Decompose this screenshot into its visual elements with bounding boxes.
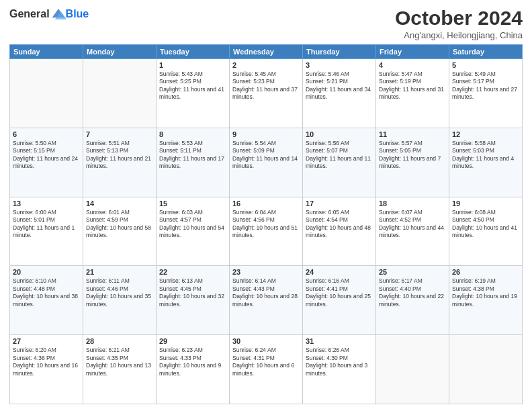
cell-info: Sunrise: 5:49 AMSunset: 5:17 PMDaylight:… <box>452 71 519 101</box>
cell-info: Sunrise: 6:26 AMSunset: 4:30 PMDaylight:… <box>306 347 373 377</box>
calendar-cell: 10Sunrise: 5:56 AMSunset: 5:07 PMDayligh… <box>303 128 376 197</box>
day-number: 30 <box>232 337 300 345</box>
cell-info: Sunrise: 6:05 AMSunset: 4:54 PMDaylight:… <box>306 209 373 240</box>
day-number: 2 <box>232 61 300 69</box>
day-number: 7 <box>86 130 153 138</box>
calendar-cell: 4Sunrise: 5:47 AMSunset: 5:19 PMDaylight… <box>376 59 449 128</box>
day-number: 1 <box>159 61 226 69</box>
cell-info: Sunrise: 5:51 AMSunset: 5:13 PMDaylight:… <box>86 140 153 171</box>
cell-info: Sunrise: 5:58 AMSunset: 5:03 PMDaylight:… <box>452 140 519 171</box>
logo: General Blue <box>9 7 89 21</box>
title-block: October 2024 Ang'angxi, Heilongjiang, Ch… <box>395 7 523 40</box>
day-of-week-monday: Monday <box>83 45 157 59</box>
logo-text: General Blue <box>9 7 89 21</box>
day-number: 3 <box>306 61 373 69</box>
day-number: 26 <box>452 268 519 276</box>
calendar-cell: 7Sunrise: 5:51 AMSunset: 5:13 PMDaylight… <box>83 128 157 197</box>
day-number: 9 <box>232 130 300 138</box>
cell-info: Sunrise: 6:07 AMSunset: 4:52 PMDaylight:… <box>379 209 446 240</box>
cell-info: Sunrise: 5:56 AMSunset: 5:07 PMDaylight:… <box>306 140 373 171</box>
day-number: 19 <box>452 199 519 208</box>
day-number: 10 <box>306 130 373 138</box>
month-title: October 2024 <box>395 7 523 29</box>
logo-icon <box>51 7 66 21</box>
cell-info: Sunrise: 6:20 AMSunset: 4:36 PMDaylight:… <box>13 347 80 377</box>
calendar-cell: 26Sunrise: 6:19 AMSunset: 4:38 PMDayligh… <box>449 266 523 335</box>
day-number: 24 <box>306 268 373 276</box>
day-number: 28 <box>86 337 153 345</box>
calendar-cell: 19Sunrise: 6:08 AMSunset: 4:50 PMDayligh… <box>449 197 523 266</box>
calendar-cell: 22Sunrise: 6:13 AMSunset: 4:45 PMDayligh… <box>157 266 230 335</box>
cell-info: Sunrise: 6:14 AMSunset: 4:43 PMDaylight:… <box>232 277 300 308</box>
calendar-cell: 8Sunrise: 5:53 AMSunset: 5:11 PMDaylight… <box>157 128 230 197</box>
day-number: 31 <box>306 337 373 345</box>
calendar-cell <box>10 59 83 128</box>
cell-info: Sunrise: 5:54 AMSunset: 5:09 PMDaylight:… <box>232 140 300 171</box>
cell-info: Sunrise: 6:23 AMSunset: 4:33 PMDaylight:… <box>159 347 226 377</box>
cell-info: Sunrise: 5:47 AMSunset: 5:19 PMDaylight:… <box>379 71 446 101</box>
cell-info: Sunrise: 6:10 AMSunset: 4:48 PMDaylight:… <box>13 277 80 308</box>
week-row-1: 1Sunrise: 5:43 AMSunset: 5:25 PMDaylight… <box>10 59 523 128</box>
calendar-cell <box>449 335 523 404</box>
day-number: 23 <box>232 268 300 276</box>
calendar-cell: 1Sunrise: 5:43 AMSunset: 5:25 PMDaylight… <box>157 59 230 128</box>
calendar-cell: 30Sunrise: 6:24 AMSunset: 4:31 PMDayligh… <box>230 335 303 404</box>
calendar-cell: 28Sunrise: 6:21 AMSunset: 4:35 PMDayligh… <box>83 335 157 404</box>
day-number: 25 <box>379 268 446 276</box>
day-number: 27 <box>13 337 80 345</box>
cell-info: Sunrise: 6:08 AMSunset: 4:50 PMDaylight:… <box>452 209 519 240</box>
calendar-cell: 2Sunrise: 5:45 AMSunset: 5:23 PMDaylight… <box>230 59 303 128</box>
day-number: 4 <box>379 61 446 69</box>
day-of-week-friday: Friday <box>376 45 449 59</box>
calendar-cell: 14Sunrise: 6:01 AMSunset: 4:59 PMDayligh… <box>83 197 157 266</box>
logo-blue: Blue <box>66 8 89 20</box>
logo-general: General <box>9 8 50 20</box>
day-number: 22 <box>159 268 226 276</box>
day-number: 14 <box>86 199 153 208</box>
calendar-cell: 21Sunrise: 6:11 AMSunset: 4:46 PMDayligh… <box>83 266 157 335</box>
cell-info: Sunrise: 6:17 AMSunset: 4:40 PMDaylight:… <box>379 277 446 308</box>
day-of-week-thursday: Thursday <box>303 45 376 59</box>
day-of-week-sunday: Sunday <box>10 45 83 59</box>
day-of-week-tuesday: Tuesday <box>157 45 230 59</box>
cell-info: Sunrise: 6:13 AMSunset: 4:45 PMDaylight:… <box>159 277 226 308</box>
day-number: 17 <box>306 199 373 208</box>
calendar-cell: 25Sunrise: 6:17 AMSunset: 4:40 PMDayligh… <box>376 266 449 335</box>
calendar-cell <box>83 59 157 128</box>
cell-info: Sunrise: 5:50 AMSunset: 5:15 PMDaylight:… <box>13 140 80 171</box>
calendar-cell: 13Sunrise: 6:00 AMSunset: 5:01 PMDayligh… <box>10 197 83 266</box>
calendar-cell: 17Sunrise: 6:05 AMSunset: 4:54 PMDayligh… <box>303 197 376 266</box>
week-row-4: 20Sunrise: 6:10 AMSunset: 4:48 PMDayligh… <box>10 266 523 335</box>
page: General Blue October 2024 Ang'angxi, Hei… <box>0 0 532 411</box>
day-number: 16 <box>232 199 300 208</box>
calendar-cell: 15Sunrise: 6:03 AMSunset: 4:57 PMDayligh… <box>157 197 230 266</box>
calendar-cell <box>376 335 449 404</box>
calendar-cell: 20Sunrise: 6:10 AMSunset: 4:48 PMDayligh… <box>10 266 83 335</box>
calendar-cell: 6Sunrise: 5:50 AMSunset: 5:15 PMDaylight… <box>10 128 83 197</box>
calendar-cell: 29Sunrise: 6:23 AMSunset: 4:33 PMDayligh… <box>157 335 230 404</box>
calendar-cell: 18Sunrise: 6:07 AMSunset: 4:52 PMDayligh… <box>376 197 449 266</box>
cell-info: Sunrise: 6:24 AMSunset: 4:31 PMDaylight:… <box>232 347 300 377</box>
day-number: 8 <box>159 130 226 138</box>
cell-info: Sunrise: 6:03 AMSunset: 4:57 PMDaylight:… <box>159 209 226 240</box>
day-of-week-saturday: Saturday <box>449 45 523 59</box>
week-row-5: 27Sunrise: 6:20 AMSunset: 4:36 PMDayligh… <box>10 335 523 404</box>
cell-info: Sunrise: 6:21 AMSunset: 4:35 PMDaylight:… <box>86 347 153 377</box>
day-number: 18 <box>379 199 446 208</box>
calendar-cell: 12Sunrise: 5:58 AMSunset: 5:03 PMDayligh… <box>449 128 523 197</box>
day-number: 12 <box>452 130 519 138</box>
week-row-2: 6Sunrise: 5:50 AMSunset: 5:15 PMDaylight… <box>10 128 523 197</box>
calendar-cell: 11Sunrise: 5:57 AMSunset: 5:05 PMDayligh… <box>376 128 449 197</box>
day-number: 6 <box>13 130 80 138</box>
cell-info: Sunrise: 5:57 AMSunset: 5:05 PMDaylight:… <box>379 140 446 171</box>
day-number: 15 <box>159 199 226 208</box>
cell-info: Sunrise: 6:01 AMSunset: 4:59 PMDaylight:… <box>86 209 153 240</box>
cell-info: Sunrise: 6:00 AMSunset: 5:01 PMDaylight:… <box>13 209 80 240</box>
cell-info: Sunrise: 5:43 AMSunset: 5:25 PMDaylight:… <box>159 71 226 101</box>
cell-info: Sunrise: 6:19 AMSunset: 4:38 PMDaylight:… <box>452 277 519 308</box>
calendar-cell: 3Sunrise: 5:46 AMSunset: 5:21 PMDaylight… <box>303 59 376 128</box>
calendar-cell: 5Sunrise: 5:49 AMSunset: 5:17 PMDaylight… <box>449 59 523 128</box>
cell-info: Sunrise: 5:46 AMSunset: 5:21 PMDaylight:… <box>306 71 373 101</box>
cell-info: Sunrise: 6:11 AMSunset: 4:46 PMDaylight:… <box>86 277 153 308</box>
location-title: Ang'angxi, Heilongjiang, China <box>395 30 523 40</box>
